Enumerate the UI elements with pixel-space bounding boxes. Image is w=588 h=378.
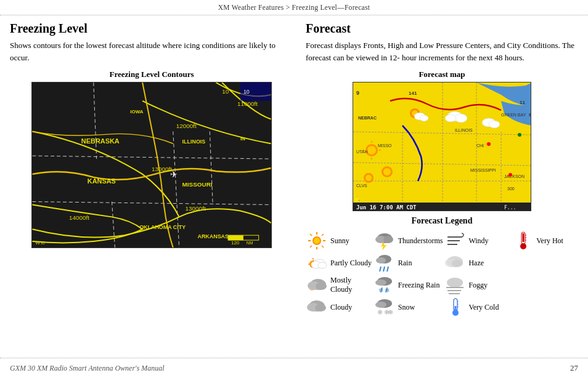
svg-text:CLVS: CLVS <box>356 183 367 188</box>
footer-page-number: 27 <box>570 363 578 373</box>
svg-point-123 <box>375 279 386 286</box>
svg-text:MISSOURI: MISSOURI <box>182 181 213 188</box>
svg-point-110 <box>376 257 386 263</box>
svg-line-86 <box>322 246 324 247</box>
left-section-desc: Shows contours for the lowest forecast a… <box>10 39 293 63</box>
svg-text:KANSAS: KANSAS <box>88 177 116 185</box>
svg-text:x: x <box>358 198 360 202</box>
svg-text:13000ft: 13000ft <box>152 166 172 172</box>
svg-point-98 <box>520 243 526 249</box>
left-map-title: Freezing Level Contours <box>10 70 293 79</box>
mostly-cloudy-label: Mostly Cloudy <box>330 276 372 294</box>
svg-point-52 <box>489 121 500 128</box>
svg-text:❄: ❄ <box>378 287 383 294</box>
foggy-icon <box>444 275 466 295</box>
svg-text:12000ft: 12000ft <box>176 123 197 129</box>
svg-text:10: 10 <box>222 88 229 95</box>
snow-icon: ❄ ❄ ❄ <box>374 297 396 317</box>
svg-rect-30 <box>353 82 531 203</box>
svg-text:UTAH: UTAH <box>356 150 368 154</box>
svg-point-47 <box>365 175 372 181</box>
haze-icon <box>444 253 466 273</box>
footer-manual-title: GXM 30 XM Radio Smart Antenna Owner's Ma… <box>10 364 165 373</box>
right-section-title: Forecast <box>306 22 578 36</box>
rain-label: Rain <box>398 259 412 268</box>
legend-very-hot: Very Hot <box>512 231 578 251</box>
svg-text:CHI: CHI <box>476 143 484 148</box>
svg-point-108 <box>318 262 327 268</box>
partly-cloudy-label: Partly Cloudy <box>330 259 372 268</box>
svg-text:Jun 16 7:00 AM CDT: Jun 16 7:00 AM CDT <box>356 204 417 211</box>
svg-line-85 <box>310 234 312 236</box>
svg-text:xt: xt <box>41 240 45 246</box>
svg-text:❄: ❄ <box>377 308 383 316</box>
freezing-rain-icon: ❄ ❄ <box>374 275 396 295</box>
svg-point-68 <box>508 173 512 177</box>
svg-point-121 <box>316 283 327 290</box>
svg-point-128 <box>447 278 463 288</box>
svg-text:141: 141 <box>409 90 417 96</box>
legend-title: Forecast Legend <box>306 216 578 226</box>
svg-text:MISSISSIPPI: MISSISSIPPI <box>470 168 496 172</box>
svg-point-67 <box>487 142 491 146</box>
legend-snow: ❄ ❄ ❄ Snow <box>374 297 443 317</box>
svg-rect-23 <box>228 235 243 240</box>
svg-text:62: 62 <box>529 112 531 118</box>
sunny-label: Sunny <box>330 236 349 246</box>
thunderstorms-icon <box>374 231 396 251</box>
svg-point-50 <box>445 115 456 122</box>
svg-text:10: 10 <box>243 89 250 95</box>
svg-text:JACKSON: JACKSON <box>504 174 525 179</box>
svg-text:ILLINOIS: ILLINOIS <box>455 128 473 132</box>
very-cold-label: Very Cold <box>468 303 499 312</box>
svg-text:❄: ❄ <box>388 308 393 316</box>
svg-text:NM: NM <box>247 241 253 245</box>
cloudy-label: Cloudy <box>330 303 352 312</box>
svg-line-111 <box>380 267 381 271</box>
svg-point-69 <box>518 133 521 137</box>
svg-text:NEBRAC: NEBRAC <box>358 116 377 120</box>
svg-text:IN: IN <box>240 136 245 142</box>
legend-haze: Haze <box>444 253 510 273</box>
svg-text:14000ft: 14000ft <box>69 214 89 221</box>
legend-windy: Windy <box>444 231 510 251</box>
freezing-rain-label: Freezing Rain <box>398 281 440 290</box>
svg-text:F...: F... <box>504 205 516 211</box>
svg-text:ILLINOIS: ILLINOIS <box>182 139 206 145</box>
svg-text:MISSO: MISSO <box>378 143 392 148</box>
svg-text:GREEN BAY: GREEN BAY <box>501 113 526 117</box>
svg-point-56 <box>420 115 428 121</box>
svg-rect-97 <box>523 233 525 242</box>
forecast-legend: Sunny Thunderstorms <box>306 231 578 317</box>
legend-foggy: Foggy <box>444 275 510 295</box>
svg-text:ARKANSAS: ARKANSAS <box>197 233 229 239</box>
svg-line-87 <box>322 234 324 236</box>
legend-mostly-cloudy: Mostly Cloudy <box>306 275 372 295</box>
svg-line-112 <box>383 267 385 271</box>
svg-text:OKLAHOMA CITY: OKLAHOMA CITY <box>139 224 186 230</box>
svg-text:11000ft: 11000ft <box>237 100 258 107</box>
rain-icon <box>374 253 396 273</box>
svg-text:13000ft: 13000ft <box>186 205 206 212</box>
svg-point-39 <box>367 146 376 155</box>
legend-freezing-rain: ❄ ❄ Freezing Rain <box>374 275 443 295</box>
svg-point-91 <box>383 236 393 243</box>
svg-text:NEBRASKA: NEBRASKA <box>81 137 120 145</box>
legend-very-cold: Very Cold <box>444 297 510 317</box>
svg-line-113 <box>387 267 388 271</box>
cloudy-icon <box>306 297 328 317</box>
sunny-icon <box>306 231 328 251</box>
svg-text:✈: ✈ <box>170 169 178 179</box>
svg-point-49 <box>455 114 467 123</box>
legend-cloudy: Cloudy <box>306 297 372 317</box>
svg-line-88 <box>310 246 312 247</box>
svg-point-116 <box>452 260 463 267</box>
svg-point-142 <box>452 310 459 316</box>
left-section-title: Freezing Level <box>10 22 293 36</box>
forecast-map-title: Forecast map <box>306 70 578 79</box>
haze-label: Haze <box>468 259 484 268</box>
svg-point-134 <box>315 304 326 312</box>
mostly-cloudy-icon <box>306 275 328 295</box>
foggy-label: Foggy <box>468 281 488 290</box>
svg-marker-92 <box>381 242 387 251</box>
